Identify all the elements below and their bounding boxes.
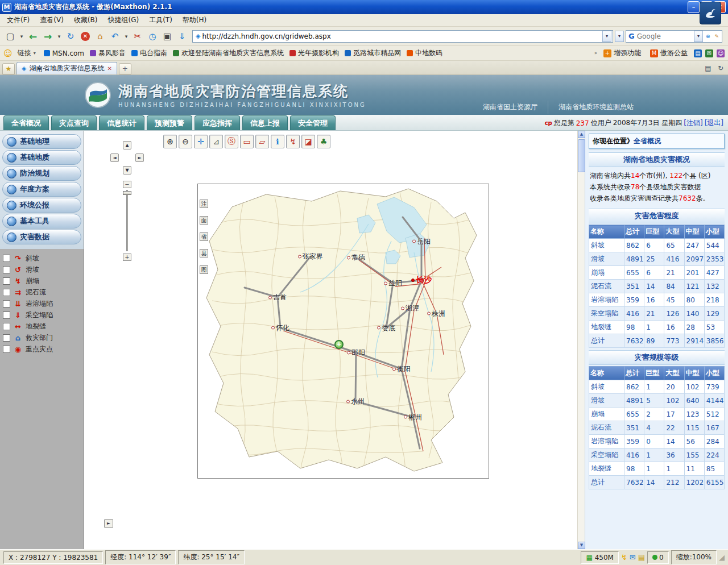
nav-tab-2[interactable]: 信息统计 [99, 115, 144, 130]
layer-checkbox[interactable] [3, 311, 10, 319]
edit-icon[interactable]: ✎ [713, 29, 721, 44]
legend-icon[interactable]: ♣ [317, 135, 330, 148]
nav-tab-1[interactable]: 灾点查询 [51, 115, 97, 130]
address-bar[interactable]: ◈ ▾ [192, 30, 613, 43]
minimize-button[interactable]: – [688, 1, 700, 13]
layer-checkbox[interactable] [3, 334, 10, 342]
tab-list-icon[interactable]: ▤ [703, 63, 713, 73]
boost-lightning-icon[interactable]: ↯ [621, 553, 627, 562]
city-marker-常德[interactable]: 常德 [347, 253, 365, 263]
map-pan-right-button[interactable]: ► [104, 519, 113, 528]
zoom-out-step-button[interactable]: − [123, 181, 131, 188]
select-polygon-icon[interactable]: ▱ [255, 135, 269, 148]
city-marker-郴州[interactable]: 郴州 [404, 412, 422, 422]
tab-close-icon[interactable]: ✕ [107, 65, 111, 72]
download-icon[interactable]: ⇓ [175, 29, 189, 44]
hotlink-icon[interactable]: ↯ [286, 135, 300, 148]
layer-checkbox[interactable] [3, 289, 10, 296]
module-button-6[interactable]: 灾害数据 [2, 230, 81, 244]
city-marker-岳阳[interactable]: 岳阳 [412, 236, 431, 246]
city-marker-湘潭[interactable]: 湘潭 [401, 304, 419, 313]
smiley-icon[interactable]: ☺ [3, 48, 13, 59]
city-marker-吉首[interactable]: 吉首 [268, 293, 287, 302]
nav-tab-6[interactable]: 安全管理 [290, 115, 336, 130]
scroll-down-icon[interactable]: ▼ [578, 542, 585, 549]
map-layer-button-0[interactable]: 注 [200, 200, 208, 208]
link-item-6[interactable]: 中地数码 [404, 47, 445, 59]
tab-active[interactable]: ◈ 湖南省地质灾害信息系统 ✕ [16, 62, 117, 74]
forward-icon[interactable]: → [41, 29, 55, 44]
content-scrollbar[interactable]: ▲ ▼ [577, 131, 585, 549]
folder-icon[interactable]: ▤ [638, 553, 645, 562]
maxthon-logo[interactable] [700, 2, 721, 24]
link-item-2[interactable]: 电台指南 [129, 47, 170, 59]
history-dropdown-icon[interactable]: ▾ [56, 29, 63, 44]
plugin-icon-3[interactable]: ☺ [717, 49, 725, 57]
address-dropdown-icon[interactable]: ▾ [602, 31, 611, 42]
layer-label[interactable]: 岩溶塌陷 [26, 299, 53, 309]
layer-label[interactable]: 救灾部门 [26, 333, 53, 343]
module-button-3[interactable]: 年度方案 [2, 182, 81, 197]
module-button-0[interactable]: 基础地理 [2, 134, 81, 149]
menu-item-5[interactable]: 帮助(H) [178, 14, 211, 26]
overflow-chevron-icon[interactable]: » [594, 51, 597, 56]
ad-hunter-icon[interactable]: ✂ [131, 29, 144, 44]
city-marker-长沙[interactable]: 长沙 [411, 275, 432, 285]
home-icon[interactable]: ⌂ [93, 29, 107, 44]
city-marker-张家界[interactable]: 张家界 [298, 252, 323, 261]
link-item-4[interactable]: 光年摄影机构 [287, 47, 342, 59]
city-marker-娄底[interactable]: 娄底 [377, 323, 395, 333]
layer-label[interactable]: 重点灾点 [26, 344, 53, 354]
module-button-1[interactable]: 基础地质 [2, 150, 81, 165]
link-item-0[interactable]: MSN.com [41, 48, 87, 59]
address-input[interactable] [202, 32, 602, 40]
mail-icon[interactable]: ✉ [630, 553, 636, 562]
new-tab-button[interactable]: + [119, 63, 131, 74]
search-icon[interactable]: ⊕ [704, 29, 712, 44]
link-item-1[interactable]: 暴风影音 [87, 47, 129, 59]
zoom-in-step-button[interactable]: + [123, 254, 131, 261]
nav-tab-4[interactable]: 应急指挥 [195, 115, 240, 130]
layer-label[interactable]: 地裂缝 [26, 322, 46, 331]
snapshot-icon[interactable]: ▣ [160, 29, 174, 44]
undo-icon[interactable]: ↶ [108, 29, 122, 44]
search-input[interactable] [637, 32, 693, 40]
city-marker-衡阳[interactable]: 衡阳 [392, 364, 411, 374]
link-land-resources[interactable]: 湖南省国土资源厅 [473, 101, 548, 114]
map-layer-button-2[interactable]: 省 [200, 232, 208, 241]
undo-dropdown-icon[interactable]: ▾ [123, 29, 130, 44]
layer-checkbox[interactable] [3, 277, 10, 285]
menu-item-3[interactable]: 快捷组(G) [103, 14, 143, 26]
search-box[interactable]: G ▾ ⊕ ✎ [626, 30, 722, 43]
new-tab-dropdown-icon[interactable]: ▾ [18, 29, 25, 44]
back-icon[interactable]: ← [26, 29, 40, 44]
pan-up-icon[interactable]: ▲ [123, 141, 131, 149]
measure-distance-icon[interactable]: ⊿ [209, 135, 223, 148]
module-button-4[interactable]: 环境公报 [2, 198, 81, 213]
city-marker-邵阳[interactable]: 邵阳 [347, 348, 365, 358]
clear-icon[interactable]: ◪ [301, 135, 315, 148]
link-item-3[interactable]: 欢迎登陆湖南省地质灾害信息系统 [170, 47, 287, 59]
menu-item-2[interactable]: 收藏(B) [69, 14, 102, 26]
identify-icon[interactable]: ℹ [271, 135, 284, 148]
layer-label[interactable]: 崩塌 [26, 276, 39, 286]
exit-link[interactable]: [退出] [705, 118, 723, 128]
nav-tab-5[interactable]: 信息上报 [242, 115, 288, 130]
layer-label[interactable]: 采空塌陷 [26, 310, 53, 320]
map-layer-button-1[interactable]: 面 [200, 216, 208, 225]
refresh-icon[interactable]: ↻ [64, 29, 77, 44]
layer-label[interactable]: 斜坡 [26, 254, 39, 263]
full-extent-icon[interactable]: Ⓢ [225, 135, 238, 148]
select-rectangle-icon[interactable]: ▭ [240, 135, 254, 148]
layer-label[interactable]: 泥石流 [26, 288, 46, 297]
nav-tab-0[interactable]: 全省概况 [3, 115, 49, 130]
plugin-icon-1[interactable]: ▤ [694, 49, 702, 57]
scroll-thumb[interactable] [578, 139, 585, 172]
layer-label[interactable]: 滑坡 [26, 265, 39, 275]
module-button-2[interactable]: 防治规划 [2, 166, 81, 181]
zoom-in-icon[interactable]: ⊕ [163, 135, 177, 148]
city-marker-怀化[interactable]: 怀化 [271, 323, 289, 333]
layer-checkbox[interactable] [3, 300, 10, 308]
module-button-5[interactable]: 基本工具 [2, 214, 81, 229]
favorites-panel-button[interactable]: ★ [2, 63, 15, 74]
